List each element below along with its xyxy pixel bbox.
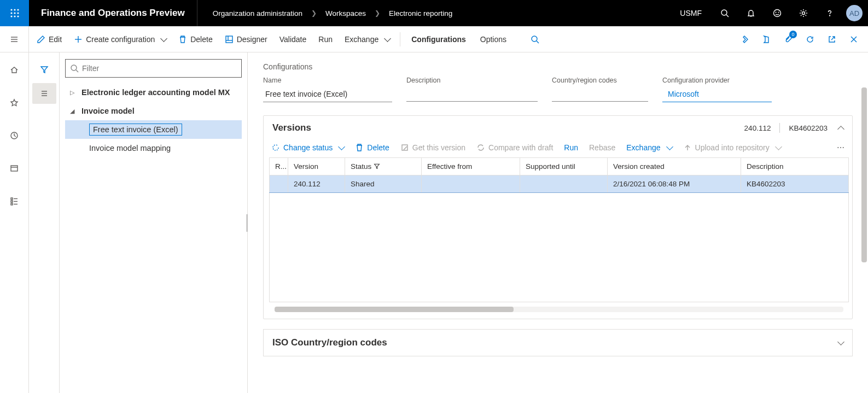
diamond-button[interactable] [733, 26, 755, 52]
favorites-button[interactable] [0, 94, 29, 112]
version-run-button[interactable]: Run [564, 143, 578, 152]
col-effective[interactable]: Effective from [422, 158, 520, 175]
provider-link[interactable]: Microsoft [662, 87, 772, 102]
search-icon [70, 64, 79, 73]
chevron-down-icon [382, 35, 390, 44]
versions-header[interactable]: Versions 240.112 KB4602203 [264, 116, 852, 140]
filter-field[interactable] [82, 64, 237, 73]
caret-down-icon[interactable]: ◢ [67, 108, 77, 115]
attachments-button[interactable]: 0 [777, 26, 799, 52]
notifications-button[interactable] [738, 0, 764, 26]
close-icon [849, 35, 858, 44]
tree-item[interactable]: Invoice model mapping [65, 139, 242, 157]
avatar[interactable]: AD [846, 5, 863, 21]
col-description[interactable]: Description [741, 158, 849, 175]
compare-button: Compare with draft [476, 143, 553, 152]
more-button[interactable]: ⋯ [837, 143, 844, 152]
col-version[interactable]: Version [288, 158, 345, 175]
app-launcher-button[interactable] [0, 0, 29, 26]
svg-point-12 [776, 12, 776, 13]
svg-rect-29 [11, 166, 18, 171]
settings-button[interactable] [790, 0, 817, 26]
col-status[interactable]: Status [345, 158, 422, 175]
svg-line-41 [76, 70, 78, 72]
tree-filter-input[interactable] [65, 59, 242, 78]
svg-point-9 [721, 10, 727, 15]
office-button[interactable] [755, 26, 777, 52]
create-configuration-button[interactable]: Create configuration [68, 26, 172, 52]
diamond-icon [740, 35, 749, 44]
tab-options[interactable]: Options [474, 26, 513, 52]
designer-button[interactable]: Designer [219, 26, 273, 52]
run-button[interactable]: Run [313, 26, 338, 52]
versions-toolbar: Change status Delete Get this version Co… [264, 140, 852, 157]
svg-rect-31 [11, 198, 13, 200]
help-button[interactable] [817, 0, 843, 26]
edit-button[interactable]: Edit [31, 26, 67, 52]
workspaces-button[interactable] [0, 160, 29, 177]
section-title: Configurations [263, 62, 853, 71]
search-button[interactable] [712, 0, 738, 26]
chevron-up-icon [835, 124, 843, 132]
get-version-button: Get this version [400, 143, 465, 152]
list-pane-button[interactable] [32, 83, 56, 104]
home-button[interactable] [0, 61, 29, 79]
svg-point-1 [14, 9, 15, 10]
name-field[interactable]: Free text invoice (Excel) [263, 87, 392, 102]
top-bar: Finance and Operations Preview Organizat… [0, 0, 868, 26]
refresh-button[interactable] [799, 26, 821, 52]
cell-effective [422, 175, 520, 193]
field-label-codes: Country/region codes [552, 77, 648, 84]
col-supported[interactable]: Supported until [520, 158, 608, 175]
edit-label: Edit [49, 35, 62, 44]
validate-button[interactable]: Validate [274, 26, 312, 52]
svg-point-8 [17, 15, 19, 17]
delete-button[interactable]: Delete [173, 26, 218, 52]
feedback-button[interactable] [764, 0, 790, 26]
table-row[interactable]: 240.112 Shared 2/16/2021 06:08:48 PM KB4… [270, 175, 849, 193]
col-r[interactable]: R... [270, 158, 288, 175]
version-exchange-button[interactable]: Exchange [626, 143, 672, 152]
modules-button[interactable] [0, 192, 29, 210]
company-code[interactable]: USMF [670, 9, 712, 17]
cell-r [270, 175, 288, 193]
svg-point-24 [532, 36, 537, 42]
tree-item-selected[interactable]: Free text invoice (Excel) [65, 120, 242, 139]
tree-item[interactable]: ▷Electronic ledger accounting model MX [65, 83, 242, 102]
codes-field[interactable] [552, 87, 648, 102]
chevron-down-icon [835, 339, 843, 347]
nav-toggle-button[interactable] [0, 26, 29, 52]
tree-item[interactable]: ◢Invoice model [65, 102, 242, 120]
horizontal-scrollbar[interactable] [275, 307, 843, 312]
svg-line-10 [726, 15, 729, 17]
exchange-button[interactable]: Exchange [339, 26, 395, 52]
separator [779, 123, 780, 133]
iso-codes-section[interactable]: ISO Country/region codes [263, 329, 853, 356]
star-icon [10, 98, 19, 107]
svg-line-25 [537, 41, 539, 43]
nav-rail [0, 52, 29, 393]
chevron-down-icon [158, 35, 166, 44]
vertical-scrollbar[interactable] [861, 87, 867, 262]
description-field[interactable] [406, 87, 538, 102]
find-button[interactable] [514, 26, 545, 52]
badge: 0 [789, 31, 797, 38]
svg-point-7 [14, 15, 15, 17]
caret-right-icon[interactable]: ▷ [67, 89, 77, 96]
col-created[interactable]: Version created [608, 158, 741, 175]
breadcrumb-item[interactable]: Workspaces [325, 9, 366, 17]
tree-item-label: Free text invoice (Excel) [89, 124, 182, 136]
svg-point-13 [778, 12, 779, 13]
recent-button[interactable] [0, 127, 29, 144]
breadcrumb-item[interactable]: Organization administration [213, 9, 302, 17]
close-button[interactable] [843, 26, 865, 52]
filter-pane-button[interactable] [32, 59, 56, 80]
breadcrumb: Organization administration ❯ Workspaces… [197, 9, 453, 17]
svg-point-40 [71, 65, 77, 71]
version-delete-button[interactable]: Delete [355, 143, 389, 152]
breadcrumb-item[interactable]: Electronic reporting [389, 9, 452, 17]
popout-button[interactable] [821, 26, 843, 52]
tab-configurations[interactable]: Configurations [405, 26, 473, 52]
grid-empty-space [269, 193, 849, 302]
change-status-button[interactable]: Change status [271, 143, 344, 152]
